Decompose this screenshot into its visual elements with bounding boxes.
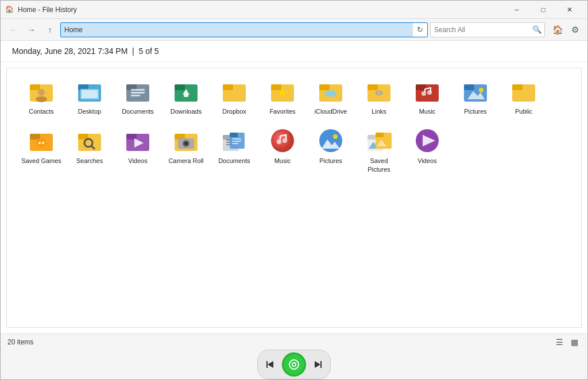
folder-pictures2-label: Pictures <box>319 157 342 165</box>
svg-rect-57 <box>223 135 231 139</box>
refresh-button[interactable]: ↻ <box>412 22 427 37</box>
svg-rect-62 <box>230 133 238 137</box>
title-bar: 🏠 Home - File History – □ ✕ <box>1 1 587 19</box>
folder-public-icon <box>510 77 537 105</box>
date-text: Monday, June 28, 2021 7:34 PM <box>12 46 127 56</box>
search-bar[interactable]: 🔍 <box>430 22 545 37</box>
folder-music2-label: Music <box>274 157 291 165</box>
search-button[interactable]: 🔍 <box>529 22 544 37</box>
folder-desktop-icon <box>76 77 103 105</box>
search-input[interactable] <box>431 26 529 34</box>
folder-contacts[interactable]: Contacts <box>18 74 64 119</box>
svg-marker-87 <box>315 361 320 368</box>
folder-pictures2[interactable]: Pictures <box>308 123 354 177</box>
svg-rect-16 <box>184 95 188 97</box>
folder-downloads[interactable]: Downloads <box>163 74 209 119</box>
folder-searches-icon <box>76 127 103 154</box>
svg-point-67 <box>277 139 281 144</box>
folder-videos-label: Videos <box>128 157 147 165</box>
playback-bar <box>1 350 587 379</box>
svg-point-42 <box>38 142 41 144</box>
tile-view-button[interactable]: ▦ <box>568 336 581 348</box>
folder-documents-label: Documents <box>122 107 154 115</box>
address-bar[interactable]: ↻ <box>60 22 428 37</box>
svg-point-71 <box>333 134 338 139</box>
svg-rect-77 <box>376 133 384 137</box>
folder-favorites[interactable]: Favorites <box>260 74 305 119</box>
page-info: 5 of 5 <box>139 46 159 56</box>
folder-icloud-label: iCloudDrive <box>315 107 347 115</box>
app-icon: 🏠 <box>5 5 14 14</box>
folder-cameraroll[interactable]: Camera Roll <box>163 123 209 177</box>
folder-savedpictures-label: Saved Pictures <box>358 157 400 173</box>
svg-rect-86 <box>320 361 322 368</box>
file-view-panel[interactable]: Contacts Desktop <box>6 68 582 328</box>
svg-point-41 <box>36 138 47 148</box>
close-button[interactable]: ✕ <box>556 1 583 19</box>
svg-point-3 <box>36 96 47 102</box>
folder-documents[interactable]: Documents <box>115 74 161 119</box>
svg-rect-12 <box>131 95 140 96</box>
svg-point-25 <box>325 91 331 96</box>
folder-dropbox-label: Dropbox <box>222 107 246 115</box>
folder-pictures[interactable]: Pictures <box>452 74 498 119</box>
main-window: 🏠 Home - File History – □ ✕ ← → ↑ ↻ 🔍 🏠 … <box>0 0 588 380</box>
previous-button[interactable] <box>261 355 280 374</box>
status-bar: 20 items ☰ ▦ <box>1 334 587 350</box>
folder-videos[interactable]: Videos <box>115 123 161 177</box>
folder-public[interactable]: Public <box>501 74 547 119</box>
window-title: Home - File History <box>18 6 504 14</box>
folder-music[interactable]: Music <box>404 74 450 119</box>
folder-videos2[interactable]: Videos <box>404 123 450 177</box>
folder-savedpictures[interactable]: Saved Pictures <box>356 123 402 177</box>
svg-point-68 <box>283 138 287 143</box>
list-view-button[interactable]: ☰ <box>553 336 566 348</box>
date-separator: | <box>130 46 138 56</box>
svg-rect-18 <box>223 84 233 90</box>
svg-rect-63 <box>232 138 241 139</box>
folder-contacts-icon <box>28 77 55 105</box>
folder-pictures-icon <box>462 77 489 105</box>
next-button[interactable] <box>308 355 327 374</box>
play-button[interactable] <box>282 352 306 377</box>
folder-pictures2-icon <box>317 127 345 154</box>
folder-icloud[interactable]: iCloudDrive <box>308 74 354 119</box>
svg-rect-23 <box>319 84 330 90</box>
svg-rect-7 <box>82 90 98 98</box>
folder-public-label: Public <box>515 107 532 115</box>
folder-icloud-icon <box>317 77 345 105</box>
folder-favorites-icon <box>269 77 296 105</box>
svg-point-26 <box>331 92 336 96</box>
folder-documents-icon <box>124 77 152 105</box>
folder-links[interactable]: Links <box>356 74 402 119</box>
svg-rect-34 <box>464 84 474 90</box>
folder-pictures-label: Pictures <box>464 107 487 115</box>
svg-rect-65 <box>232 143 238 144</box>
view-toggle: ☰ ▦ <box>553 336 581 348</box>
home-icon-button[interactable]: 🏠 <box>550 22 566 38</box>
folder-savedgames[interactable]: Saved Games <box>18 123 64 177</box>
maximize-button[interactable]: □ <box>530 1 556 19</box>
folder-desktop[interactable]: Desktop <box>67 74 113 119</box>
folder-documents2[interactable]: Documents <box>211 123 257 177</box>
up-button[interactable]: ↑ <box>42 22 58 38</box>
folder-desktop-label: Desktop <box>78 107 101 115</box>
svg-rect-81 <box>266 361 268 368</box>
content-area: Contacts Desktop <box>1 62 587 334</box>
nav-bar: ← → ↑ ↻ 🔍 🏠 ⚙ <box>1 19 587 41</box>
svg-rect-38 <box>512 84 523 90</box>
address-input[interactable] <box>61 23 412 37</box>
svg-point-32 <box>427 90 432 95</box>
folder-music2[interactable]: Music <box>260 123 305 177</box>
minimize-button[interactable]: – <box>504 1 530 19</box>
back-button[interactable]: ← <box>5 22 21 38</box>
folder-dropbox[interactable]: Dropbox <box>211 74 257 119</box>
svg-rect-20 <box>271 84 281 90</box>
svg-point-31 <box>421 91 426 96</box>
folder-searches[interactable]: Searches <box>67 123 113 177</box>
svg-rect-14 <box>175 84 185 90</box>
folder-documents2-label: Documents <box>218 157 250 165</box>
settings-button[interactable]: ⚙ <box>567 22 583 38</box>
folder-music-icon <box>413 77 441 105</box>
forward-button[interactable]: → <box>24 22 40 38</box>
